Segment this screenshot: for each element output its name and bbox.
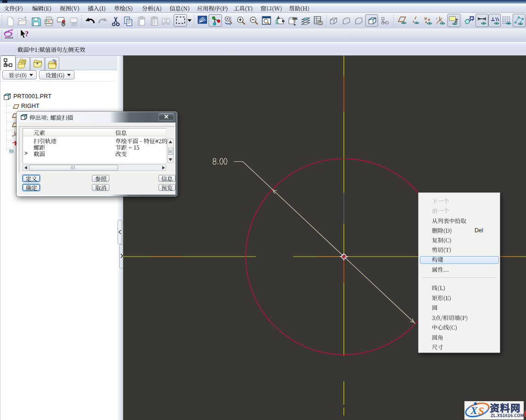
svg-text:AB: AB [292, 17, 298, 21]
svg-text:?: ? [25, 29, 29, 38]
svg-text:y: y [436, 17, 437, 20]
svg-text:z: z [12, 134, 13, 137]
svg-text:X: X [470, 405, 478, 416]
svg-text:z: z [436, 22, 438, 25]
svg-text:S: S [478, 405, 484, 417]
